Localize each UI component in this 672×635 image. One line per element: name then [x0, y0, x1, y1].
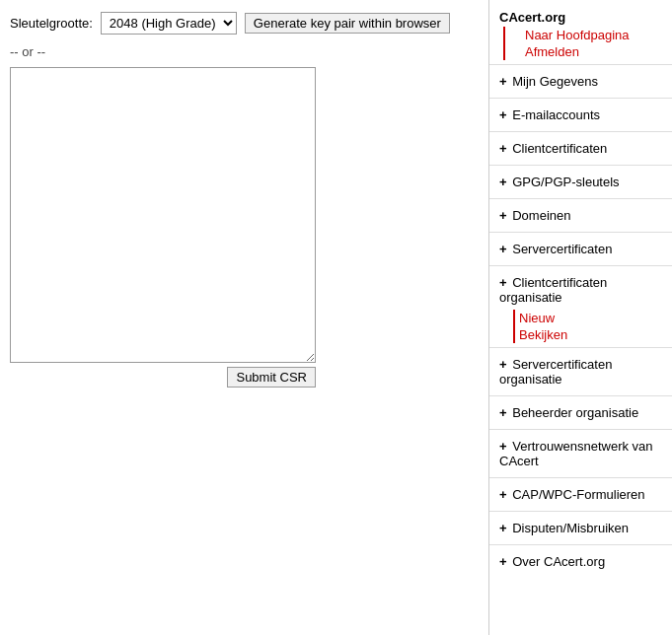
- sidebar-divider-8: [489, 347, 672, 348]
- sidebar-title: CAcert.org: [489, 6, 672, 27]
- sidebar-item-domeinen[interactable]: + Domeinen: [489, 203, 672, 228]
- sidebar-link-afmelden[interactable]: Afmelden: [503, 43, 672, 60]
- sidebar-divider-12: [489, 511, 672, 512]
- plus-icon-10: +: [499, 439, 507, 454]
- sidebar-label-domeinen: Domeinen: [512, 208, 570, 223]
- sidebar-divider-9: [489, 395, 672, 396]
- sidebar-link-hoofdpagina[interactable]: Naar Hoofdpagina: [503, 27, 672, 43]
- plus-icon-8: +: [499, 357, 507, 372]
- or-divider: -- or --: [10, 44, 479, 59]
- sidebar-divider-3: [489, 131, 672, 132]
- top-row: Sleutelgrootte: 2048 (High Grade) 4096 (…: [10, 12, 479, 35]
- sidebar-label-cap-wpc: CAP/WPC-Formulieren: [512, 487, 644, 502]
- sidebar-divider-10: [489, 429, 672, 430]
- sidebar-label-beheerder-org: Beheerder organisatie: [512, 405, 638, 420]
- sidebar-divider-1: [489, 64, 672, 65]
- sidebar-item-clientcert-org[interactable]: + Clientcertificaten organisatie: [489, 270, 672, 310]
- plus-icon-3: +: [499, 141, 507, 156]
- generate-key-button[interactable]: Generate key pair within browser: [245, 13, 450, 34]
- sidebar-label-disputen: Disputen/Misbruiken: [512, 521, 629, 535]
- sidebar-link-bekijken[interactable]: Bekijken: [513, 326, 672, 343]
- sidebar-item-beheerder-org[interactable]: + Beheerder organisatie: [489, 400, 672, 425]
- sidebar-divider-5: [489, 198, 672, 199]
- sidebar-label-emailaccounts: E-mailaccounts: [512, 107, 600, 122]
- sidebar-divider-7: [489, 265, 672, 266]
- sidebar: CAcert.org Naar Hoofdpagina Afmelden + M…: [489, 0, 672, 635]
- sidebar-item-clientcertificaten[interactable]: + Clientcertificaten: [489, 136, 672, 161]
- csr-textarea[interactable]: [10, 67, 316, 363]
- sidebar-label-clientcert-org: Clientcertificaten organisatie: [499, 275, 607, 305]
- sidebar-item-gpg-sleutels[interactable]: + GPG/PGP-sleutels: [489, 170, 672, 194]
- submit-row: Submit CSR: [10, 367, 316, 388]
- sidebar-divider-13: [489, 544, 672, 545]
- sidebar-item-cap-wpc[interactable]: + CAP/WPC-Formulieren: [489, 482, 672, 507]
- plus-icon-4: +: [499, 175, 507, 189]
- key-size-label: Sleutelgrootte:: [10, 16, 93, 31]
- main-content: Sleutelgrootte: 2048 (High Grade) 4096 (…: [0, 0, 489, 635]
- sidebar-item-disputen[interactable]: + Disputen/Misbruiken: [489, 516, 672, 540]
- plus-icon-13: +: [499, 554, 507, 569]
- sidebar-divider-2: [489, 98, 672, 99]
- sidebar-divider-11: [489, 477, 672, 478]
- plus-icon-1: +: [499, 74, 507, 89]
- sidebar-label-gpg-sleutels: GPG/PGP-sleutels: [512, 175, 619, 189]
- sidebar-link-nieuw[interactable]: Nieuw: [513, 310, 672, 326]
- sidebar-label-servercert-org: Servercertificaten organisatie: [499, 357, 612, 387]
- sidebar-label-servercertificaten: Servercertificaten: [512, 242, 612, 256]
- sidebar-item-emailaccounts[interactable]: + E-mailaccounts: [489, 103, 672, 127]
- key-size-select[interactable]: 2048 (High Grade) 4096 (High Grade) 1024…: [101, 12, 237, 35]
- sidebar-divider-6: [489, 232, 672, 233]
- plus-icon-5: +: [499, 208, 507, 223]
- plus-icon-12: +: [499, 521, 507, 535]
- sidebar-label-vertrouwensnetwerk: Vertrouwensnetwerk van CAcert: [499, 439, 653, 468]
- sidebar-label-over-cacert: Over CAcert.org: [512, 554, 605, 569]
- sidebar-item-servercertificaten[interactable]: + Servercertificaten: [489, 237, 672, 261]
- sidebar-label-mijn-gegevens: Mijn Gegevens: [512, 74, 598, 89]
- submit-csr-button[interactable]: Submit CSR: [227, 367, 316, 388]
- plus-icon-6: +: [499, 242, 507, 256]
- plus-icon-7: +: [499, 275, 507, 290]
- plus-icon-2: +: [499, 107, 507, 122]
- sidebar-divider-4: [489, 165, 672, 166]
- plus-icon-9: +: [499, 405, 507, 420]
- sidebar-item-mijn-gegevens[interactable]: + Mijn Gegevens: [489, 69, 672, 94]
- sidebar-label-clientcertificaten: Clientcertificaten: [512, 141, 607, 156]
- sidebar-item-over-cacert[interactable]: + Over CAcert.org: [489, 549, 672, 574]
- plus-icon-11: +: [499, 487, 507, 502]
- sidebar-item-vertrouwensnetwerk[interactable]: + Vertrouwensnetwerk van CAcert: [489, 434, 672, 473]
- sidebar-item-servercert-org[interactable]: + Servercertificaten organisatie: [489, 352, 672, 391]
- sidebar-sub-clientcert-org: Nieuw Bekijken: [489, 310, 672, 343]
